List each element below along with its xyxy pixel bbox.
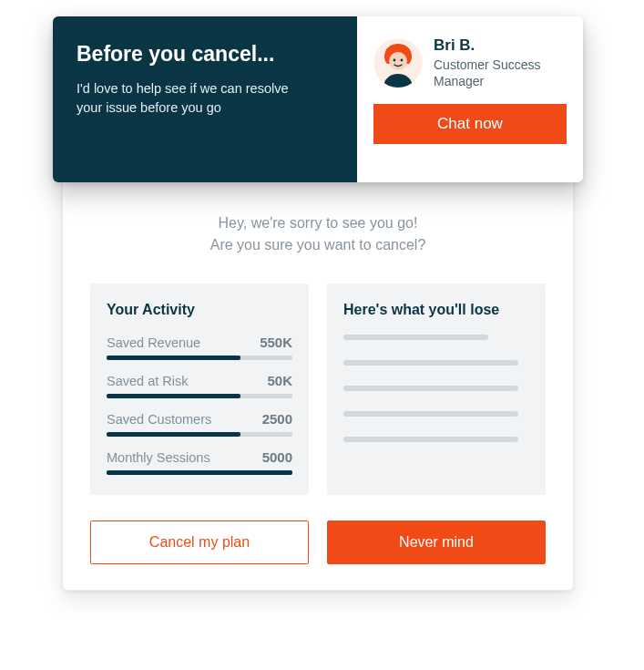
banner-title: Before you cancel... [77, 42, 335, 67]
metric-row: Saved Customers 2500 [107, 411, 292, 437]
metric-bar [107, 432, 292, 437]
agent-avatar [373, 38, 423, 88]
cancel-confirm-modal: Hey, we're sorry to see you go! Are you … [62, 175, 574, 591]
metric-label: Saved at Risk [107, 374, 188, 388]
lose-panel-title: Here's what you'll lose [343, 302, 529, 318]
svg-point-2 [394, 59, 396, 62]
metric-label: Saved Revenue [107, 335, 200, 350]
metric-row: Monthly Sessions 5000 [107, 449, 292, 475]
modal-button-row: Cancel my plan Never mind [90, 521, 546, 564]
chat-now-button[interactable]: Chat now [373, 104, 567, 144]
agent-name: Bri B. [434, 36, 567, 55]
metric-bar [107, 394, 292, 398]
lose-placeholder-line [343, 437, 518, 442]
banner-agent-panel: Bri B. Customer Success Manager Chat now [357, 16, 583, 182]
activity-panel: Your Activity Saved Revenue 550K Saved a… [90, 283, 309, 495]
svg-point-1 [389, 52, 407, 70]
metric-value: 50K [267, 373, 292, 388]
metric-bar [107, 356, 292, 360]
metric-row: Saved Revenue 550K [107, 335, 292, 360]
metric-value: 2500 [262, 411, 292, 427]
banner-subtitle: I'd love to help see if we can resolve y… [77, 79, 313, 118]
metric-bar-fill [107, 394, 240, 398]
metric-bar-fill [107, 470, 292, 475]
metric-bar [107, 470, 292, 475]
agent-info: Bri B. Customer Success Manager [434, 36, 567, 89]
activity-panel-title: Your Activity [107, 302, 292, 318]
metric-label: Saved Customers [107, 412, 211, 427]
info-panels: Your Activity Saved Revenue 550K Saved a… [90, 283, 546, 495]
metric-value: 550K [260, 335, 292, 350]
cancel-plan-button[interactable]: Cancel my plan [90, 521, 309, 564]
modal-heading-line2: Are you sure you want to cancel? [90, 234, 546, 256]
metric-row: Saved at Risk 50K [107, 373, 292, 398]
metric-label: Monthly Sessions [107, 450, 210, 465]
agent-row: Bri B. Customer Success Manager [373, 36, 567, 89]
never-mind-button[interactable]: Never mind [327, 521, 546, 564]
lose-placeholder-line [343, 386, 518, 391]
modal-heading: Hey, we're sorry to see you go! Are you … [90, 212, 546, 256]
metric-value: 5000 [262, 449, 292, 465]
svg-point-3 [401, 59, 404, 62]
cancel-intercept-banner: Before you cancel... I'd love to help se… [53, 16, 583, 182]
agent-role: Customer Success Manager [434, 57, 567, 89]
lose-placeholder-line [343, 411, 518, 417]
lose-panel: Here's what you'll lose [327, 283, 546, 495]
metric-bar-fill [107, 356, 240, 360]
modal-heading-line1: Hey, we're sorry to see you go! [90, 212, 546, 234]
metric-bar-fill [107, 432, 240, 437]
lose-placeholder-line [343, 360, 518, 366]
banner-message-panel: Before you cancel... I'd love to help se… [53, 16, 357, 182]
lose-placeholder-line [343, 335, 488, 340]
